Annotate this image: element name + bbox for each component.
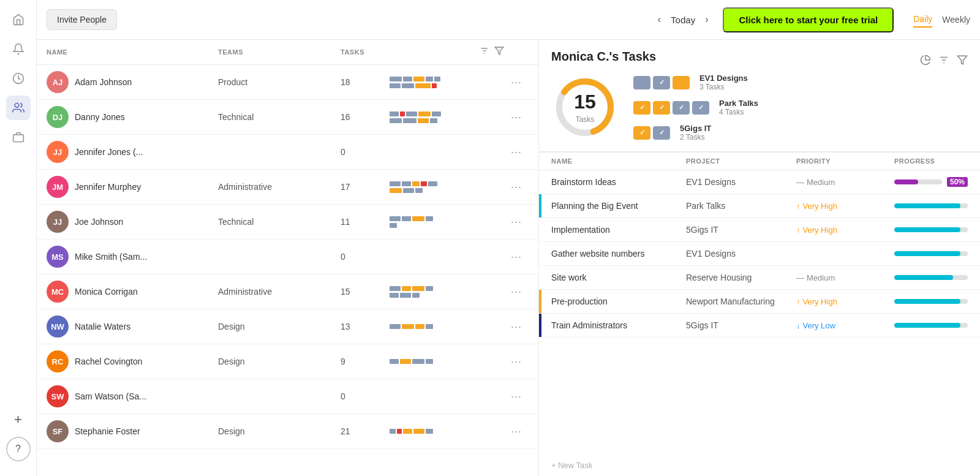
avatar: JM [47,176,69,198]
donut-number: 15 [574,91,596,113]
bar-segment [390,111,399,116]
more-options-button[interactable]: ··· [504,216,529,229]
nav-next-button[interactable]: › [700,12,713,28]
sidebar-bell[interactable] [6,37,31,61]
view-weekly-button[interactable]: Weekly [942,12,970,28]
add-task-button[interactable]: + New Task [539,455,980,476]
nav-prev-button[interactable]: ‹ [653,12,666,28]
today-button[interactable]: Today [671,15,695,25]
more-options-button[interactable]: ··· [504,355,529,368]
more-options-button[interactable]: ··· [504,181,529,194]
bar-segment [426,216,433,221]
task-row[interactable]: Planning the Big Event Park Talks ↑ Very… [539,194,980,218]
invite-button[interactable]: Invite People [47,9,117,30]
task-row[interactable]: Train Administrators 5Gigs IT ↓ Very Low [539,314,980,338]
bar-segment [402,216,411,221]
more-options-button[interactable]: ··· [504,251,529,263]
team-name: Technical [218,217,341,227]
task-count: 21 [341,426,390,436]
table-row[interactable]: JJ Joe Johnson Technical 11 ··· [37,205,538,240]
project-row: ✓✓ 5Gigs IT 2 Tasks [633,124,968,142]
table-row[interactable]: SW Sam Watson (Sa... 0 ··· [37,379,538,414]
table-row[interactable]: MS Mike Smith (Sam... 0 ··· [37,240,538,274]
sidebar-home[interactable] [6,7,31,32]
person-name-cell: MC Monica Corrigan [47,281,218,303]
table-row[interactable]: NW Natalie Waters Design 13 ··· [37,309,538,344]
filter-settings-icon[interactable] [480,46,489,58]
more-options-button[interactable]: ··· [504,425,529,438]
more-options-button[interactable]: ··· [504,111,529,124]
table-row[interactable]: AJ Adam Johnson Product 18 ··· [37,65,538,100]
chip-group: ✓✓ [633,126,670,140]
table-row[interactable]: JM Jennifer Murphey Administrative 17 ··… [37,170,538,205]
task-row[interactable]: Implementation 5Gigs IT ↑ Very High [539,218,980,242]
pie-chart-icon[interactable] [920,55,931,69]
project-name: 5Gigs IT [680,124,711,133]
sidebar-briefcase[interactable] [6,125,31,149]
task-row[interactable]: Brainstorm Ideas EV1 Designs — Medium 50… [539,170,980,194]
task-chip: ✓ [692,101,709,115]
more-options-button[interactable]: ··· [504,76,529,89]
priority-icon: ↑ [796,202,801,211]
task-count: 18 [341,77,390,87]
project-name: EV1 Designs [699,74,748,83]
person-name: Mike Smith (Sam... [75,252,147,262]
col-teams-header: TEAMS [218,48,341,56]
table-row[interactable]: DJ Danny Jones Technical 16 ··· [37,100,538,135]
progress-bar [894,323,968,328]
task-project: EV1 Designs [686,249,796,259]
task-row[interactable]: Gather website numbers EV1 Designs [539,242,980,266]
more-options-button[interactable]: ··· [504,390,529,403]
task-row[interactable]: Pre-production Newport Manufacturing ↑ V… [539,290,980,314]
more-options-button[interactable]: ··· [504,285,529,298]
table-row[interactable]: MC Monica Corrigan Administrative 15 ··· [37,274,538,309]
topbar: Invite People ‹ Today › Click here to st… [37,0,980,40]
avatar: MS [47,246,69,268]
more-options-button[interactable]: ··· [504,146,529,159]
bar-segment [402,83,414,88]
progress-bar [894,179,942,184]
progress-bar-container [894,275,968,280]
progress-bar-container [894,251,968,256]
task-col-name: NAME [551,157,686,165]
project-info: Park Talks 4 Tasks [719,99,758,116]
sidebar-clock[interactable] [6,66,31,91]
table-row[interactable]: RC Rachel Covington Design 9 ··· [37,344,538,379]
view-daily-button[interactable]: Daily [913,12,932,28]
filter-icon[interactable] [494,46,504,58]
project-tasks-count: 3 Tasks [699,83,748,91]
bar-segment [390,181,401,186]
trial-banner-button[interactable]: Click here to start your free trial [723,7,894,32]
task-row[interactable]: Site work Reserve Housing — Medium [539,266,980,290]
sidebar-add[interactable]: + [6,407,31,432]
project-chips: ✓ EV1 Designs 3 Tasks ✓✓✓✓ Park Talks 4 … [633,74,968,142]
bar-segment [402,181,411,186]
table-row[interactable]: JJ Jennifer Jones (... 0 ··· [37,135,538,170]
main-content: Invite People ‹ Today › Click here to st… [37,0,980,476]
task-chip [673,76,690,89]
content-area: NAME TEAMS TASKS AJ Adam Johnson Produc [37,40,980,476]
settings-icon[interactable] [938,55,949,69]
priority-icon: ↓ [796,321,801,330]
progress-fill [894,323,960,328]
progress-fill [894,299,960,304]
task-bars [390,359,504,364]
progress-bar [894,227,968,232]
tasks-panel: Monica C.'s Tasks [539,40,980,476]
task-priority: — Medium [796,178,894,187]
project-tasks-count: 4 Tasks [719,108,758,116]
sidebar-people[interactable] [6,96,31,120]
more-options-button[interactable]: ··· [504,320,529,333]
bar-segment [390,83,401,88]
table-row[interactable]: SF Stephanie Foster Design 21 ··· [37,414,538,449]
filter-tasks-icon[interactable] [957,55,968,69]
priority-icon: ↑ [796,297,801,306]
people-panel: NAME TEAMS TASKS AJ Adam Johnson Produc [37,40,539,476]
tasks-list: Brainstorm Ideas EV1 Designs — Medium 50… [539,170,980,455]
task-priority: ↓ Very Low [796,321,894,330]
sidebar-help[interactable]: ? [6,437,31,461]
task-chip: ✓ [633,126,650,140]
task-bars [390,324,504,329]
bar-segment [421,181,427,186]
team-name: Administrative [218,182,341,192]
